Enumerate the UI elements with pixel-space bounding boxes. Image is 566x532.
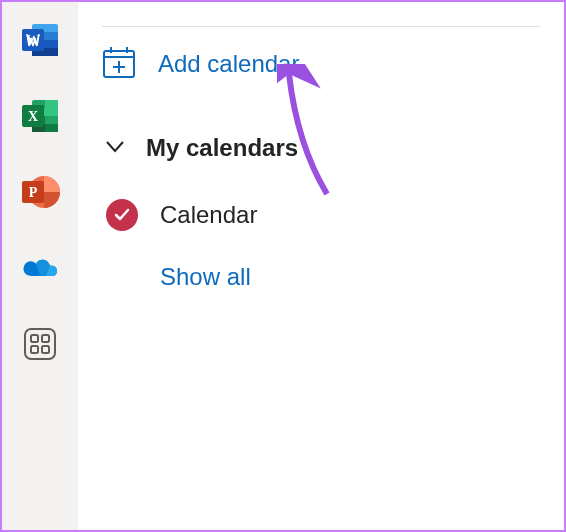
excel-app-icon[interactable]: X	[18, 94, 62, 138]
calendar-checkmark-icon[interactable]	[106, 199, 138, 231]
svg-rect-20	[42, 335, 49, 342]
svg-rect-22	[42, 346, 49, 353]
add-calendar-icon	[102, 45, 136, 83]
all-apps-icon[interactable]	[18, 322, 62, 366]
calendar-item[interactable]: Calendar	[106, 199, 540, 231]
svg-rect-21	[31, 346, 38, 353]
word-app-icon[interactable]: W	[18, 18, 62, 62]
svg-text:X: X	[28, 109, 38, 124]
my-calendars-section-header[interactable]: My calendars	[102, 133, 540, 163]
divider	[102, 26, 540, 27]
section-title: My calendars	[146, 134, 298, 162]
add-calendar-label: Add calendar	[158, 50, 299, 78]
svg-rect-18	[25, 329, 55, 359]
calendar-name: Calendar	[160, 201, 257, 229]
show-all-link[interactable]: Show all	[160, 263, 251, 291]
svg-text:P: P	[29, 185, 38, 200]
svg-rect-8	[45, 100, 58, 116]
add-calendar-button[interactable]: Add calendar	[102, 45, 540, 83]
onedrive-app-icon[interactable]	[18, 246, 62, 290]
svg-rect-19	[31, 335, 38, 342]
calendar-sidebar: Add calendar My calendars Calendar Show …	[78, 2, 564, 530]
app-rail: W X P	[2, 2, 78, 530]
chevron-down-icon	[102, 133, 128, 163]
powerpoint-app-icon[interactable]: P	[18, 170, 62, 214]
svg-rect-12	[45, 124, 58, 132]
svg-rect-10	[45, 116, 58, 124]
svg-text:W: W	[26, 33, 40, 48]
